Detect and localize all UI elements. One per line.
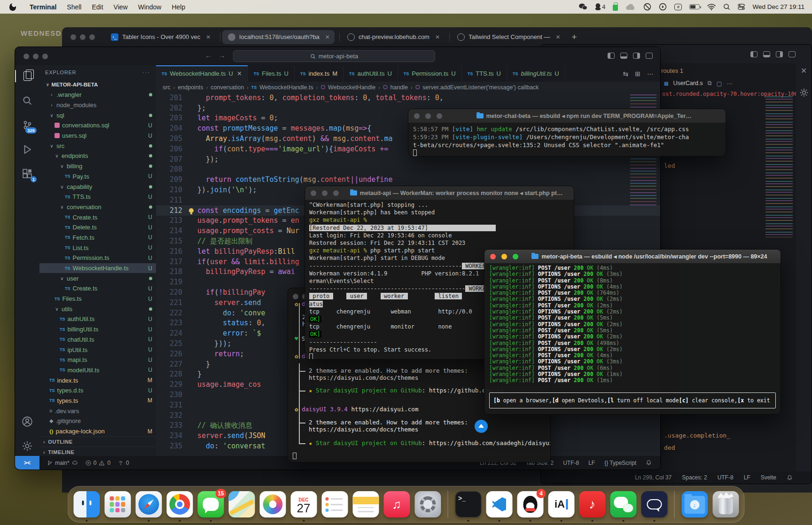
browser-tab[interactable]: Tailwind Select Component —✕	[452, 30, 565, 44]
breadcrumb-item[interactable]: src	[163, 84, 171, 91]
tree-item-Create.ts[interactable]: TSCreate.tsU	[39, 212, 156, 222]
window-controls[interactable]	[23, 54, 52, 59]
dock-item-notes[interactable]	[352, 491, 380, 518]
bell-icon[interactable]	[646, 460, 652, 466]
dock-item-reminders[interactable]	[321, 491, 349, 518]
settings-gear-icon[interactable]	[21, 440, 33, 452]
minimize-button[interactable]	[501, 254, 507, 259]
breadcrumb-item[interactable]: server.addEventListener('message') callb…	[422, 84, 539, 91]
bell-icon[interactable]	[787, 475, 793, 481]
tree-item-WebsocketHandle.ts[interactable]: TSWebsocketHandle.tsU	[39, 263, 156, 274]
tree-item-Pay.ts[interactable]: TSPay.tsU	[39, 172, 156, 182]
terminal-app-icon[interactable]: >_	[455, 491, 481, 517]
editor-tab-TTS.ts[interactable]: TSTTS.tsU	[462, 65, 507, 82]
more-actions-icon[interactable]: ⋯	[726, 80, 733, 87]
launchpad-app-icon[interactable]	[104, 491, 131, 517]
dock-item-terminal[interactable]: >_	[454, 491, 482, 518]
toggle-secondary-sidebar-icon[interactable]	[633, 53, 640, 59]
reminders-app-icon[interactable]	[321, 491, 348, 517]
dock-item-settings[interactable]	[414, 491, 442, 518]
breadcrumb-item[interactable]: WebsocketHandle.ts	[259, 84, 313, 91]
tree-item-Fetch.ts[interactable]: TSFetch.tsU	[39, 233, 156, 243]
spotlight-search-icon[interactable]	[723, 3, 730, 10]
cloud-icon[interactable]	[625, 4, 636, 10]
netease-app-icon[interactable]: ♪	[579, 491, 605, 517]
back-icon[interactable]: ←	[205, 51, 212, 59]
tree-item-.gitignore[interactable]: ◆.gitignore	[39, 416, 156, 426]
editor-tab-index.ts[interactable]: TSindex.tsM	[295, 65, 344, 82]
toggle-sidebar-icon[interactable]	[608, 53, 615, 59]
trash-app-icon[interactable]	[712, 491, 739, 517]
indentation[interactable]: Spaces: 2	[682, 474, 707, 481]
zoom-button[interactable]	[333, 190, 339, 196]
browser-tab[interactable]: ›_Tabler Icons - Over 4900 vec✕	[105, 30, 215, 44]
tree-item-billingUtil.ts[interactable]: TSbillingUtil.tsU	[39, 324, 156, 335]
qq-menu-icon[interactable]: 4	[595, 3, 605, 10]
dock-item-qq[interactable]: 4	[516, 491, 544, 518]
tree-item-.wrangler[interactable]: ›.wrangler	[39, 90, 156, 100]
section-outline[interactable]: ›OUTLINE	[39, 436, 156, 447]
terminal-titlebar[interactable]: metauit-api — WorkerMan: worker process …	[305, 186, 574, 200]
wechat-menu-icon[interactable]	[578, 3, 587, 10]
close-tab-icon[interactable]: ✕	[435, 34, 440, 40]
breadcrumb-item[interactable]: handle	[390, 84, 408, 91]
tab-routes[interactable]: routes 1	[661, 67, 683, 74]
language-mode[interactable]: Svelte	[761, 474, 776, 481]
close-tab-icon[interactable]: ✕	[206, 34, 211, 40]
toggle-panel-icon[interactable]	[763, 51, 770, 57]
tree-item-nodemodules[interactable]: ›node_modules	[39, 100, 156, 110]
tree-item-capability[interactable]: ∨capability	[39, 181, 156, 192]
finder-app-icon[interactable]	[73, 491, 100, 517]
dock-item-calendar[interactable]: DEC27	[290, 491, 318, 518]
chrome-app-icon[interactable]	[166, 491, 193, 517]
tab-usercard[interactable]: UserCard.s	[673, 80, 703, 86]
explorer-more-icon[interactable]: ···	[142, 70, 150, 75]
vscode-app-icon[interactable]	[486, 491, 512, 517]
tree-item-ipUtil.ts[interactable]: TSipUtil.tsU	[39, 345, 156, 355]
workspace-root[interactable]: ∨ METOR-API-BETA	[39, 79, 156, 90]
breadcrumbs[interactable]: src›endpoints›conversation›TSWebsocketHa…	[156, 82, 660, 93]
dock-item-vscode[interactable]	[485, 491, 513, 518]
more-actions-icon[interactable]: ⋯	[647, 70, 654, 78]
close-tab-icon[interactable]: ✕	[237, 70, 242, 77]
maps-app-icon[interactable]	[228, 491, 255, 517]
command-center-search[interactable]: metor-api-beta	[233, 50, 435, 62]
lock-icon[interactable]	[613, 5, 618, 11]
menu-item-view[interactable]: View	[109, 3, 133, 11]
split-editor-icon[interactable]: ⧉	[708, 80, 712, 87]
safari-app-icon[interactable]	[135, 491, 162, 517]
tree-item-utils[interactable]: ∨utils	[39, 304, 156, 314]
editor-tab-billingUtil.ts[interactable]: TSbillingUtil.tsU	[507, 65, 565, 82]
wechat-app-icon[interactable]	[610, 491, 636, 517]
ia-app-icon[interactable]: iA	[548, 491, 574, 517]
tree-item-billing[interactable]: ∨billing	[39, 161, 156, 172]
layout-icon[interactable]	[789, 51, 796, 57]
minimize-button[interactable]	[33, 54, 39, 59]
dock-item-music[interactable]: ♫	[383, 491, 411, 518]
encoding[interactable]: UTF-8	[563, 460, 579, 466]
tree-item-TTS.ts[interactable]: TSTTS.tsU	[39, 192, 156, 202]
tree-item-mapi.ts[interactable]: TSmapi.tsU	[39, 355, 156, 365]
dock-item-darkchat[interactable]	[640, 491, 668, 518]
close-icon[interactable]: ✕	[801, 66, 807, 75]
close-tab-icon[interactable]: ✕	[555, 34, 560, 40]
tree-item-chatUtil.ts[interactable]: TSchatUtil.tsU	[39, 335, 156, 345]
minimap[interactable]	[765, 96, 793, 237]
keyboard-grid-icon[interactable]: #	[674, 4, 682, 10]
editor-tab-WebsocketHandle.ts[interactable]: TSWebsocketHandle.tsU✕	[156, 65, 248, 82]
tree-item-modelUtil.ts[interactable]: TSmodelUtil.tsU	[39, 365, 156, 376]
close-tab-icon[interactable]: ✕	[325, 34, 330, 40]
tree-item-authUtil.ts[interactable]: TSauthUtil.tsU	[39, 314, 156, 324]
dock-item-trash[interactable]	[712, 491, 740, 518]
tree-item-sql[interactable]: ∨sql	[39, 110, 156, 120]
dock-item-chrome[interactable]	[166, 491, 194, 518]
tree-item-conversation[interactable]: ∨conversation	[39, 202, 156, 212]
dock-item-finder[interactable]	[73, 491, 101, 518]
tree-item-Delete.ts[interactable]: TSDelete.tsU	[39, 222, 156, 233]
calendar-app-icon[interactable]: DEC27	[290, 491, 317, 517]
tree-item-package-lock.json[interactable]: {}package-lock.jsonM	[39, 426, 156, 437]
language-mode[interactable]: {} TypeScript	[604, 460, 636, 466]
close-button[interactable]	[70, 34, 76, 40]
minimize-button[interactable]	[80, 34, 86, 40]
menu-item-shell[interactable]: Shell	[62, 3, 86, 11]
